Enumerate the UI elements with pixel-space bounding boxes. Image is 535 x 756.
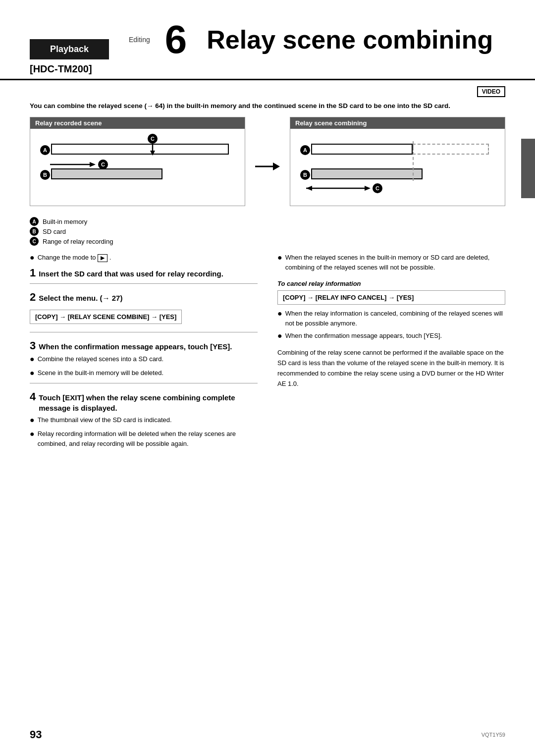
step-2-header: 2 Select the menu. (→ 27) — [30, 291, 258, 304]
svg-marker-3 — [90, 162, 96, 167]
step-2-number: 2 — [30, 291, 36, 304]
page-title: Relay scene combining — [207, 27, 493, 53]
rrs-arrow-c-right: C — [50, 160, 108, 169]
relay-scene-combining-diagram: Relay scene combining A B — [290, 117, 505, 206]
step-2-text: Select the menu. (→ 27) — [39, 293, 122, 303]
chapter-number-area: Editing 6 Relay scene combining — [109, 20, 493, 59]
relay-scene-combining-inner: A B C — [296, 134, 499, 198]
rsc-arrow-c: C — [306, 183, 382, 193]
step-3-bullet-2: ● Scene in the built-in memory will be d… — [30, 368, 258, 379]
legend-text-b: SD card — [43, 228, 66, 235]
step-3-text: When the confirmation message appears, t… — [39, 341, 232, 352]
step-4: 4 Touch [EXIT] when the relay scene comb… — [30, 390, 258, 448]
page-container: Playback Editing 6 Relay scene combining… — [0, 0, 535, 756]
step-3-header: 3 When the confirmation message appears,… — [30, 339, 258, 352]
rsc-dashed-v-left — [413, 141, 414, 181]
step-1-divider — [30, 283, 258, 284]
video-badge-container: VIDEO — [0, 80, 535, 97]
header-area: Playback Editing 6 Relay scene combining — [0, 0, 535, 59]
between-arrow-svg — [255, 157, 280, 176]
legend-section: A Built-in memory B SD card C Range of r… — [0, 214, 535, 253]
rsc-bar-a — [311, 144, 413, 155]
editing-label: Editing — [129, 36, 150, 44]
legend-item-c: C Range of relay recording — [30, 237, 505, 246]
rrs-label-a: A — [40, 145, 50, 155]
svg-marker-5 — [273, 162, 280, 170]
change-mode-note: ● Change the mode to ▶ . — [30, 253, 258, 264]
cancel-command-box: [COPY] → [RELAY INFO CANCEL] → [YES] — [277, 290, 505, 305]
step-3-number: 3 — [30, 339, 36, 352]
arrow-between-diagrams — [255, 157, 280, 176]
step-4-text: Touch [EXIT] when the relay scene combin… — [39, 392, 258, 413]
subtitle-line: [HDC-TM200] — [0, 59, 535, 80]
step-2-divider — [30, 332, 258, 332]
col-right: ● When the relayed scenes in the built-i… — [277, 253, 505, 455]
step-3: 3 When the confirmation message appears,… — [30, 339, 258, 383]
relay-recorded-scene-header: Relay recorded scene — [30, 117, 245, 129]
step-4-header: 4 Touch [EXIT] when the relay scene comb… — [30, 390, 258, 413]
legend-text-c: Range of relay recording — [43, 238, 113, 245]
rrs-label-c-right: C — [98, 160, 108, 169]
rrs-arrow-c-down: C — [148, 134, 158, 156]
col-left: ● Change the mode to ▶ . 1 Insert the SD… — [30, 253, 258, 455]
diagrams-row: Relay recorded scene A B C — [0, 117, 535, 206]
right-note-1: ● When the relayed scenes in the built-i… — [277, 253, 505, 272]
rrs-label-b: B — [40, 170, 50, 180]
step-1-number: 1 — [30, 267, 36, 279]
video-badge: VIDEO — [477, 86, 505, 97]
step-3-bullets: ● Combine the relayed scenes into a SD c… — [30, 354, 258, 379]
step-2-command: [COPY] → [RELAY SCENE COMBINE] → [YES] — [30, 310, 182, 324]
relay-recorded-scene-inner: A B C C — [36, 134, 239, 198]
legend-circle-b: B — [30, 227, 39, 236]
svg-marker-8 — [365, 186, 371, 191]
legend-circle-a: A — [30, 217, 39, 226]
legend-text-a: Built-in memory — [43, 218, 87, 225]
cancel-note-2: ● When the confirmation message appears,… — [277, 331, 505, 342]
svg-marker-7 — [306, 186, 312, 191]
rsc-label-c: C — [373, 183, 382, 193]
mode-icon: ▶ — [98, 254, 107, 262]
model-label: [HDC-TM200] — [30, 63, 92, 75]
rsc-label-b: B — [300, 170, 310, 180]
change-mode-text: Change the mode to ▶ . — [38, 253, 111, 264]
rrs-bar-a — [51, 144, 229, 155]
intro-text: You can combine the relayed scene (→ 64)… — [0, 97, 535, 117]
rsc-dashed-a — [413, 144, 489, 155]
rrs-down-arrow-svg — [149, 145, 156, 156]
rrs-right-arrow-svg — [50, 161, 97, 168]
playback-tab: Playback — [30, 39, 109, 59]
info-paragraph: Combining of the relay scene cannot be p… — [277, 348, 505, 389]
legend-item-b: B SD card — [30, 227, 505, 236]
cancel-section: To cancel relay information [COPY] → [RE… — [277, 280, 505, 342]
rsc-bar-b — [311, 168, 423, 179]
version-code: VQT1Y59 — [482, 732, 505, 738]
svg-marker-1 — [150, 151, 155, 156]
two-col-content: ● Change the mode to ▶ . 1 Insert the SD… — [0, 253, 535, 455]
step-4-bullet-2: ● Relay recording information will be de… — [30, 429, 258, 448]
relay-scene-combining-header: Relay scene combining — [290, 117, 505, 129]
step-3-divider — [30, 383, 258, 383]
side-tab — [521, 139, 535, 198]
step-2: 2 Select the menu. (→ 27) [COPY] → [RELA… — [30, 291, 258, 332]
cancel-note-1: ● When the relay information is canceled… — [277, 309, 505, 328]
step-3-bullet-1: ● Combine the relayed scenes into a SD c… — [30, 354, 258, 365]
change-mode-bullet: ● — [30, 252, 35, 264]
page-number: 93 — [30, 728, 42, 741]
step-1-text: Insert the SD card that was used for rel… — [39, 269, 223, 279]
step-4-bullets: ● The thumbnail view of the SD card is i… — [30, 415, 258, 448]
step-4-bullet-1: ● The thumbnail view of the SD card is i… — [30, 415, 258, 426]
rrs-label-c-top: C — [148, 134, 158, 144]
relay-recorded-scene-diagram: Relay recorded scene A B C — [30, 117, 245, 206]
page-footer: 93 VQT1Y59 — [0, 728, 535, 741]
legend-item-a: A Built-in memory — [30, 217, 505, 226]
step-4-number: 4 — [30, 390, 36, 403]
rrs-bar-b — [51, 168, 162, 179]
step-1: 1 Insert the SD card that was used for r… — [30, 267, 258, 284]
chapter-number: 6 — [165, 20, 187, 59]
cancel-section-title: To cancel relay information — [277, 280, 505, 287]
rsc-label-a: A — [300, 145, 310, 155]
legend-circle-c: C — [30, 237, 39, 246]
rsc-left-arrow-svg — [306, 185, 371, 192]
step-1-header: 1 Insert the SD card that was used for r… — [30, 267, 258, 279]
